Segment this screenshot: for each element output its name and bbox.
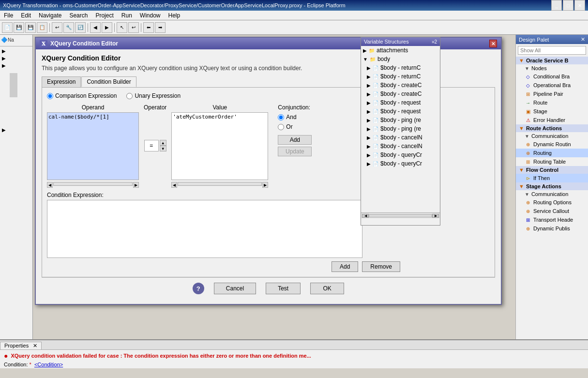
var-tree-body-cancel1[interactable]: ▶ 📄 $body - cancelN xyxy=(361,133,440,142)
palette-close-icon[interactable]: ✕ xyxy=(581,36,585,43)
dialog-close-button[interactable]: ✕ xyxy=(489,40,497,47)
var-tree-body-ping2[interactable]: ▶ 📄 $body - ping (re xyxy=(361,124,440,133)
maximize-btn[interactable]: □ xyxy=(563,0,573,11)
menu-navigate[interactable]: Navigate xyxy=(37,12,63,19)
operator-input[interactable] xyxy=(144,140,159,151)
add-expression-button[interactable]: Add xyxy=(278,135,312,145)
palette-if-then[interactable]: ⊳ If Then xyxy=(516,174,588,182)
palette-routing[interactable]: ⊕ Routing xyxy=(516,149,588,157)
hscroll-track[interactable] xyxy=(369,214,432,217)
sidebar-arrow2[interactable]: ▶ xyxy=(0,55,32,62)
sidebar-arrow3[interactable]: ▶ xyxy=(0,62,32,69)
var-tree-body-query1[interactable]: ▶ 📄 $body - queryCr xyxy=(361,151,440,159)
palette-route-actions-header[interactable]: ▼ Route Actions xyxy=(516,124,588,132)
conjunction-and[interactable]: And xyxy=(278,114,312,121)
value-scroll-right[interactable]: ▶ xyxy=(262,182,268,188)
menu-run[interactable]: Run xyxy=(120,12,134,19)
help-button[interactable]: ? xyxy=(193,283,204,294)
toolbar-btn8[interactable]: ▶ xyxy=(102,22,112,33)
palette-routing-options[interactable]: ⊕ Routing Options xyxy=(516,198,588,207)
operand-textarea[interactable]: cal-name($body/*[1] xyxy=(47,112,139,180)
var-tree-body-cancel2[interactable]: ▶ 📄 $body - cancelN xyxy=(361,142,440,151)
value-textarea[interactable]: 'ateMyCustomerOrder' xyxy=(171,112,268,180)
toolbar-btn12[interactable]: ➡ xyxy=(155,22,166,33)
conj-and-radio[interactable] xyxy=(278,114,284,121)
palette-oracle-header[interactable]: ▼ Oracle Service B xyxy=(516,57,588,64)
sidebar-arrow1[interactable]: ▶ xyxy=(0,47,32,55)
props-tab-close[interactable]: ✕ xyxy=(33,343,37,348)
var-tree-body-create1[interactable]: ▶ 📄 $body - createC xyxy=(361,81,440,90)
palette-stage-actions-header[interactable]: ▼ Stage Actions xyxy=(516,182,588,190)
var-panel-hscroll[interactable]: ◀ ▶ xyxy=(361,212,440,218)
remove-condition-button[interactable]: Remove xyxy=(362,261,400,272)
menu-edit[interactable]: Edit xyxy=(19,12,33,19)
menu-window[interactable]: Window xyxy=(138,12,163,19)
toolbar-save[interactable]: 💾 xyxy=(14,22,24,33)
tab-expression[interactable]: Expression xyxy=(42,76,81,87)
close-btn[interactable]: ✕ xyxy=(574,0,585,11)
var-tree-attachments[interactable]: ▶ 📁 attachments xyxy=(361,46,440,55)
var-tree-body[interactable]: ▼ 📁 body xyxy=(361,55,440,63)
operand-scroll-left[interactable]: ◀ xyxy=(47,182,53,188)
add-condition-button[interactable]: Add xyxy=(332,261,358,272)
sidebar-arrow4[interactable]: ▶ xyxy=(0,126,32,134)
test-button[interactable]: Test xyxy=(266,283,301,294)
palette-conditional-branch[interactable]: ◇ Conditional Bra xyxy=(516,72,588,81)
radio-comparison[interactable]: Comparison Expression xyxy=(47,92,117,99)
condition-expr-textarea[interactable] xyxy=(47,200,362,258)
menu-file[interactable]: File xyxy=(2,12,15,19)
palette-operational-branch[interactable]: ◇ Operational Bra xyxy=(516,81,588,90)
properties-tab[interactable]: Properties ✕ xyxy=(0,342,42,349)
toolbar-save2[interactable]: 💾 xyxy=(25,22,36,33)
palette-dynamic-routing[interactable]: ⊕ Dynamic Routin xyxy=(516,140,588,149)
radio-comparison-input[interactable] xyxy=(47,93,53,99)
var-panel-expand[interactable]: »2 xyxy=(432,39,437,45)
ok-button[interactable]: OK xyxy=(310,283,344,294)
value-scrollbar[interactable] xyxy=(178,182,262,186)
palette-dynamic-publish[interactable]: ⊕ Dynamic Publis xyxy=(516,224,588,233)
var-tree-body-ping1[interactable]: ▶ 📄 $body - ping (re xyxy=(361,116,440,124)
menu-project[interactable]: Project xyxy=(93,12,115,19)
toolbar-btn6[interactable]: 🔃 xyxy=(75,22,86,33)
condition-link[interactable]: <Condition> xyxy=(34,362,63,367)
palette-route[interactable]: → Route xyxy=(516,98,588,107)
tab-condition-builder[interactable]: Condition Builder xyxy=(81,76,136,87)
toolbar-btn7[interactable]: ◀ xyxy=(90,22,101,33)
toolbar-save3[interactable]: 📋 xyxy=(37,22,47,33)
menu-search[interactable]: Search xyxy=(67,12,90,19)
operand-scroll-right[interactable]: ▶ xyxy=(133,182,139,188)
palette-error-handler[interactable]: ⚠ Error Handler xyxy=(516,116,588,124)
palette-routing-table[interactable]: ⊞ Routing Table xyxy=(516,157,588,166)
var-tree-body-req1[interactable]: ▶ 📄 $body - request xyxy=(361,98,440,107)
var-tree-body-return2[interactable]: ▶ 📄 $body - returnC xyxy=(361,72,440,81)
var-tree-body-return1[interactable]: ▶ 📄 $body - returnC xyxy=(361,63,440,72)
radio-unary-input[interactable] xyxy=(126,93,133,99)
operator-spin-up[interactable]: ▲ xyxy=(160,140,166,146)
radio-unary[interactable]: Unary Expression xyxy=(126,92,181,99)
toolbar-btn4[interactable]: ↩ xyxy=(52,22,62,33)
hscroll-right[interactable]: ▶ xyxy=(432,214,439,218)
value-scroll-left[interactable]: ◀ xyxy=(171,182,177,188)
var-tree-body-query2[interactable]: ▶ 📄 $body - queryCr xyxy=(361,159,440,168)
palette-service-callout[interactable]: ⊕ Service Callout xyxy=(516,207,588,215)
var-tree-body-create2[interactable]: ▶ 📄 $body - createC xyxy=(361,90,440,98)
cancel-button[interactable]: Cancel xyxy=(214,283,256,294)
toolbar-btn10[interactable]: ↩ xyxy=(128,22,139,33)
toolbar-new[interactable]: 📄 xyxy=(2,22,13,33)
toolbar-btn11[interactable]: ⬅ xyxy=(143,22,154,33)
palette-flow-control-header[interactable]: ▼ Flow Control xyxy=(516,166,588,174)
toolbar-btn5[interactable]: 🔧 xyxy=(63,22,74,33)
conjunction-or[interactable]: Or xyxy=(278,123,312,130)
palette-search-input[interactable] xyxy=(518,46,586,55)
update-button[interactable]: Update xyxy=(278,147,312,156)
menu-help[interactable]: Help xyxy=(166,12,182,19)
palette-pipeline-pair[interactable]: ⊞ Pipeline Pair xyxy=(516,90,588,98)
toolbar-btn9[interactable]: ↖ xyxy=(117,22,127,33)
palette-transport-header[interactable]: ⊞ Transport Heade xyxy=(516,215,588,224)
operator-spin-down[interactable]: ▼ xyxy=(160,146,166,151)
operand-scrollbar[interactable] xyxy=(53,182,133,186)
palette-stage[interactable]: ▣ Stage xyxy=(516,107,588,116)
hscroll-left[interactable]: ◀ xyxy=(362,214,369,218)
minimize-btn[interactable]: _ xyxy=(551,0,562,11)
var-tree-body-req2[interactable]: ▶ 📄 $body - request xyxy=(361,107,440,116)
